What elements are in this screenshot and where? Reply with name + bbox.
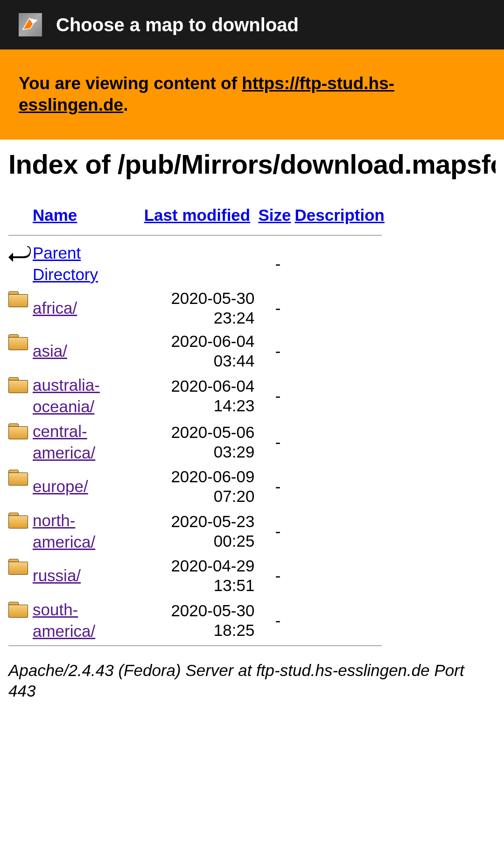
server-signature: Apache/2.4.43 (Fedora) Server at ftp-stu… [8, 651, 496, 720]
col-header-description[interactable]: Description [293, 203, 386, 233]
col-header-size[interactable]: Size [255, 203, 293, 233]
col-header-name[interactable]: Name [33, 203, 139, 233]
last-modified-cell: 2020-04-29 13:51 [139, 554, 255, 597]
directory-row: europe/2020-06-09 07:20- [8, 465, 386, 508]
last-modified-cell: 2020-05-23 00:25 [139, 508, 255, 554]
app-header: Choose a map to download [0, 0, 504, 49]
size-cell: - [255, 373, 293, 419]
directory-row: north-america/2020-05-23 00:25- [8, 508, 386, 554]
file-listing-table: Name Last modified Size Description Pare… [8, 203, 386, 643]
directory-link[interactable]: russia/ [33, 566, 81, 585]
directory-link[interactable]: south-america/ [33, 600, 95, 640]
folder-icon [8, 373, 33, 419]
notice-prefix: You are viewing content of [19, 74, 242, 93]
directory-row: russia/2020-04-29 13:51- [8, 554, 386, 597]
description-cell [293, 330, 386, 373]
folder-icon [8, 330, 33, 373]
index-heading: Index of /pub/Mirrors/download.mapsforge… [8, 149, 496, 180]
last-modified-cell: 2020-06-09 07:20 [139, 465, 255, 508]
folder-icon [8, 597, 33, 643]
directory-link[interactable]: europe/ [33, 477, 88, 495]
last-modified-cell: 2020-05-30 18:25 [139, 597, 255, 643]
description-cell [293, 508, 386, 554]
directory-row: australia-oceania/2020-06-04 14:23- [8, 373, 386, 419]
folder-icon [8, 465, 33, 508]
directory-row: asia/2020-06-04 03:44- [8, 330, 386, 373]
directory-row: central-america/2020-05-06 03:29- [8, 419, 386, 465]
size-cell: - [255, 419, 293, 465]
app-logo-icon [19, 13, 42, 36]
last-modified-cell: 2020-06-04 14:23 [139, 373, 255, 419]
directory-link[interactable]: africa/ [33, 299, 77, 317]
table-header-row: Name Last modified Size Description [8, 203, 386, 233]
directory-link[interactable]: asia/ [33, 342, 67, 360]
size-cell: - [255, 287, 293, 330]
size-cell: - [255, 554, 293, 597]
description-cell [293, 419, 386, 465]
parent-directory-link[interactable]: Parent Directory [33, 244, 98, 283]
last-modified-cell: 2020-05-06 03:29 [139, 419, 255, 465]
last-modified-cell: 2020-06-04 03:44 [139, 330, 255, 373]
header-title: Choose a map to download [56, 14, 299, 35]
back-arrow-icon [8, 240, 33, 287]
directory-row: africa/2020-05-30 23:24- [8, 287, 386, 330]
divider-bottom [8, 645, 382, 646]
directory-link[interactable]: australia-oceania/ [33, 376, 100, 416]
source-notice: You are viewing content of https://ftp-s… [0, 49, 504, 140]
description-cell [293, 597, 386, 643]
description-cell [293, 373, 386, 419]
parent-size: - [255, 240, 293, 287]
parent-date [139, 240, 255, 287]
description-cell [293, 287, 386, 330]
size-cell: - [255, 508, 293, 554]
description-cell [293, 465, 386, 508]
page-content: Index of /pub/Mirrors/download.mapsforge… [0, 140, 504, 720]
divider-top [8, 235, 382, 236]
directory-link[interactable]: north-america/ [33, 511, 95, 551]
directory-link[interactable]: central-america/ [33, 422, 95, 462]
size-cell: - [255, 465, 293, 508]
folder-icon [8, 554, 33, 597]
notice-suffix: . [123, 95, 128, 114]
size-cell: - [255, 330, 293, 373]
description-cell [293, 554, 386, 597]
directory-row: south-america/2020-05-30 18:25- [8, 597, 386, 643]
folder-icon [8, 419, 33, 465]
folder-icon [8, 287, 33, 330]
size-cell: - [255, 597, 293, 643]
folder-icon [8, 508, 33, 554]
last-modified-cell: 2020-05-30 23:24 [139, 287, 255, 330]
parent-directory-row: Parent Directory - [8, 240, 386, 287]
col-header-modified[interactable]: Last modified [139, 203, 255, 233]
